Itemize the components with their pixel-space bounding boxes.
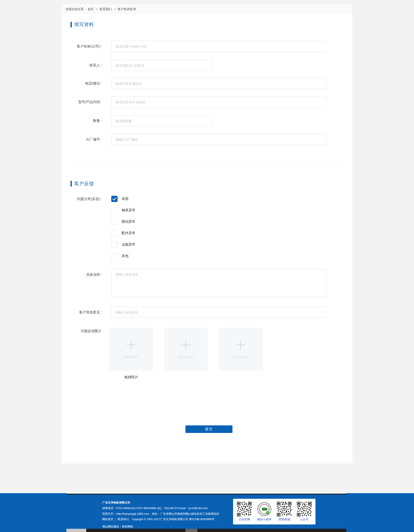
breadcrumb-current: 客户投诉处理	[118, 7, 136, 11]
footer-bottom-strip	[66, 529, 346, 532]
scrollbar-segment	[185, 529, 197, 532]
footer-sales-line: 销售电话：0757-85561181 0757-85534666 QQ：7811…	[102, 506, 208, 510]
customer-name-label: 客户名称(公司)*	[61, 41, 101, 52]
phone-wechat-label: 电话/微信*	[61, 78, 101, 89]
qr-label: 微信小程序	[257, 518, 271, 522]
quantity-label: 数量*	[61, 115, 101, 126]
breadcrumb: 您现在的位置： 首页 > 联系我们 > 客户投诉处理	[61, 3, 353, 14]
problem-option-row[interactable]: 运输异常	[111, 241, 135, 248]
model-code-label: 型号/产品代码*	[61, 96, 101, 108]
qr-code-miniprogram-icon	[257, 502, 272, 516]
customer-name-input[interactable]	[111, 41, 326, 52]
problem-checkbox-1[interactable]	[111, 207, 118, 213]
plus-icon	[180, 339, 192, 351]
footer-copyright-line: 网站首页 ｜ 联系我们 copyright © 1991-2017广东天洋电机有…	[102, 517, 215, 521]
nameplate-caption: 铭牌照片	[109, 375, 153, 380]
footer-copyright: copyright © 1991-2017广东天洋电机有限公司 粤ICP备160…	[132, 518, 215, 521]
problem-checkbox-2[interactable]	[111, 219, 118, 225]
section-title-text: 填写资料	[74, 21, 94, 28]
qr-code-alimall-icon	[277, 502, 292, 516]
breadcrumb-prefix: 您现在的位置：	[65, 7, 87, 11]
problem-option-row[interactable]: 轴承异常	[111, 207, 135, 213]
upload-box-2[interactable]: 请添加图片	[164, 328, 208, 371]
problem-category-group: 表面 轴承异常 跳动异常 配件异常 运输异常 其他	[111, 196, 135, 264]
problem-checkbox-5[interactable]	[111, 253, 118, 259]
model-code-input[interactable]	[111, 96, 326, 108]
qr-panel: 公司官网 微信小程序	[233, 499, 315, 524]
detail-label: 具体说明*	[61, 269, 101, 277]
required-asterisk: *	[100, 137, 101, 141]
other-opinion-label: 客户其他意见*	[61, 307, 101, 318]
form-row-quantity: 数量*	[61, 115, 353, 126]
breadcrumb-home-link[interactable]: 首页	[88, 7, 93, 11]
footer-builder-line: 佛山网站建设：凤软网络	[102, 525, 133, 529]
required-asterisk: *	[100, 310, 101, 314]
upload-hint-text: 请添加图片	[233, 355, 249, 359]
problem-checkbox-3[interactable]	[111, 230, 118, 236]
form-row-customer-name: 客户名称(公司)*	[61, 41, 353, 52]
footer-address: 地址：广东省佛山市南海区狮山镇长虹岭工业园谭边区	[149, 512, 219, 515]
scrollbar-thumb[interactable]	[66, 529, 86, 532]
title-accent-bar	[71, 181, 72, 187]
problem-option-row[interactable]: 表面	[111, 196, 135, 202]
feedback-images-label: 问题反馈图片	[61, 329, 101, 333]
submit-button[interactable]: 提交	[185, 425, 232, 433]
breadcrumb-contact-link[interactable]: 联系我们	[100, 7, 112, 11]
upload-hint-text: 请添加图片	[178, 355, 194, 359]
problem-checkbox-0[interactable]	[111, 196, 118, 202]
qr-cell-alimall: 阿里商城	[277, 502, 292, 522]
footer-top-strip	[66, 493, 346, 495]
problem-option-label: 跳动异常	[122, 219, 135, 224]
qr-code-official-account-icon	[297, 502, 312, 516]
required-asterisk: *	[100, 273, 101, 276]
problem-category-label: 问题分类(多选)*	[61, 196, 101, 202]
footer-home-link[interactable]: 网站首页	[102, 518, 113, 521]
required-asterisk: *	[100, 45, 101, 48]
breadcrumb-separator: >	[114, 7, 116, 11]
factory-number-input[interactable]	[111, 134, 326, 145]
contact-person-label: 联系人*	[61, 60, 101, 71]
other-opinion-input[interactable]	[111, 307, 326, 318]
required-asterisk: *	[100, 63, 101, 67]
upload-box-1[interactable]: 请添加图片	[109, 328, 153, 371]
quantity-input[interactable]	[111, 115, 212, 126]
form-row-other-opinion: 客户其他意见*	[61, 307, 353, 318]
footer-contact-link[interactable]: 联系我们	[118, 518, 129, 521]
contact-person-input[interactable]	[111, 60, 212, 71]
phone-wechat-input[interactable]	[111, 78, 326, 89]
plus-icon	[235, 339, 246, 351]
form-row-contact-person: 联系人*	[61, 60, 353, 71]
problem-checkbox-4[interactable]	[111, 241, 118, 248]
qr-cell-website: 公司官网	[237, 502, 252, 522]
factory-number-label: 出厂编号*	[61, 134, 101, 145]
footer-alibaba-line: 阿里巴巴：http://tianyangdj.1688.com 地址：广东省佛山…	[102, 512, 219, 516]
required-asterisk: *	[100, 119, 101, 123]
section-title-feedback: 客户反馈	[71, 180, 94, 187]
problem-option-row[interactable]: 跳动异常	[111, 219, 135, 225]
plus-icon	[126, 339, 137, 351]
alibaba-url-link[interactable]: http://tianyangdj.1688.com	[116, 512, 149, 515]
qr-cell-miniprogram: 微信小程序	[257, 502, 272, 522]
title-accent-bar	[71, 22, 72, 28]
form-row-factory-number: 出厂编号*	[61, 134, 353, 145]
qr-label: 公众号	[300, 518, 308, 522]
checkmark-icon	[112, 198, 116, 200]
footer-link-divider: ｜	[114, 518, 117, 521]
problem-option-label: 轴承异常	[122, 208, 135, 213]
problem-option-row[interactable]: 其他	[111, 253, 135, 259]
problem-option-row[interactable]: 配件异常	[111, 230, 135, 236]
section-divider	[71, 163, 348, 164]
section-title-info: 填写资料	[71, 21, 94, 28]
breadcrumb-separator: >	[96, 7, 97, 11]
upload-box-3[interactable]: 请添加图片	[219, 328, 263, 371]
qr-code-website-icon	[237, 502, 252, 516]
problem-option-label: 运输异常	[122, 242, 135, 247]
form-row-phone-wechat: 电话/微信*	[61, 78, 353, 89]
section-title-text: 客户反馈	[74, 180, 94, 187]
footer-inner: 广东天洋电机有限公司 销售电话：0757-85561181 0757-85534…	[61, 493, 353, 532]
form-card: 填写资料 客户名称(公司)* 联系人* 电话/微信* 型号/产品代码* 数量* …	[61, 14, 353, 464]
detail-textarea[interactable]	[111, 269, 326, 297]
required-asterisk: *	[100, 82, 101, 85]
required-asterisk: *	[100, 100, 101, 104]
builder-name-link[interactable]: 凤软网络	[122, 525, 133, 528]
